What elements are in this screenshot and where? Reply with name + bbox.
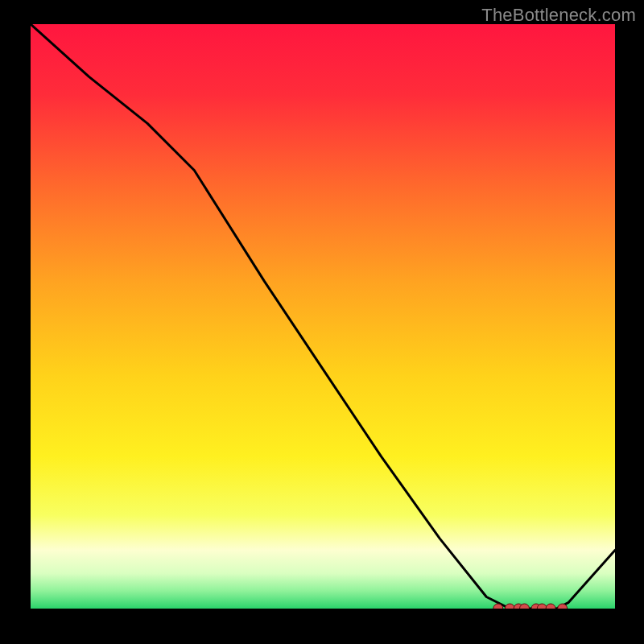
gradient-background <box>31 24 615 609</box>
chart-container: TheBottleneck.com <box>0 0 644 644</box>
watermark-text: TheBottleneck.com <box>481 5 636 26</box>
bottleneck-line-plot <box>31 24 615 609</box>
chart-svg <box>31 24 615 609</box>
